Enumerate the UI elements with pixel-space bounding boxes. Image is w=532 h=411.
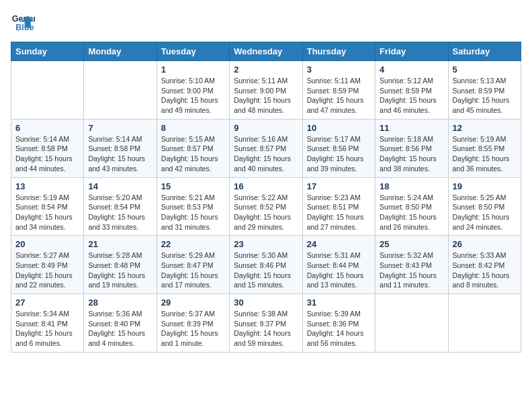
day-number: 17 xyxy=(307,181,371,191)
day-number: 12 xyxy=(453,123,517,133)
calendar-cell: 14Sunrise: 5:20 AM Sunset: 8:54 PM Dayli… xyxy=(84,177,157,236)
calendar-cell xyxy=(84,61,157,120)
day-number: 8 xyxy=(161,123,225,133)
day-number: 15 xyxy=(161,181,225,191)
day-number: 7 xyxy=(88,123,152,133)
calendar-cell: 5Sunrise: 5:13 AM Sunset: 8:59 PM Daylig… xyxy=(448,61,521,120)
calendar-cell: 4Sunrise: 5:12 AM Sunset: 8:59 PM Daylig… xyxy=(375,61,448,120)
day-info: Sunrise: 5:32 AM Sunset: 8:43 PM Dayligh… xyxy=(380,250,443,290)
day-number: 22 xyxy=(161,239,225,249)
calendar-cell: 8Sunrise: 5:15 AM Sunset: 8:57 PM Daylig… xyxy=(157,119,229,177)
calendar-cell: 30Sunrise: 5:38 AM Sunset: 8:37 PM Dayli… xyxy=(230,294,302,353)
calendar: SundayMondayTuesdayWednesdayThursdayFrid… xyxy=(11,42,521,353)
day-number: 13 xyxy=(15,181,79,191)
weekday-header-saturday: Saturday xyxy=(448,42,521,61)
day-info: Sunrise: 5:15 AM Sunset: 8:57 PM Dayligh… xyxy=(161,134,225,174)
calendar-week-1: 1Sunrise: 5:10 AM Sunset: 9:00 PM Daylig… xyxy=(11,61,521,120)
calendar-week-3: 13Sunrise: 5:19 AM Sunset: 8:54 PM Dayli… xyxy=(11,177,521,236)
calendar-cell: 10Sunrise: 5:17 AM Sunset: 8:56 PM Dayli… xyxy=(302,119,375,177)
calendar-cell: 6Sunrise: 5:14 AM Sunset: 8:58 PM Daylig… xyxy=(11,119,84,177)
calendar-cell: 29Sunrise: 5:37 AM Sunset: 8:39 PM Dayli… xyxy=(157,294,229,353)
day-info: Sunrise: 5:28 AM Sunset: 8:48 PM Dayligh… xyxy=(88,250,152,290)
day-number: 10 xyxy=(307,123,371,133)
day-info: Sunrise: 5:11 AM Sunset: 8:59 PM Dayligh… xyxy=(307,76,371,116)
day-info: Sunrise: 5:18 AM Sunset: 8:56 PM Dayligh… xyxy=(380,134,443,174)
day-info: Sunrise: 5:27 AM Sunset: 8:49 PM Dayligh… xyxy=(15,250,79,290)
calendar-cell xyxy=(375,294,448,353)
day-info: Sunrise: 5:22 AM Sunset: 8:52 PM Dayligh… xyxy=(234,193,298,232)
day-number: 2 xyxy=(234,64,298,75)
day-number: 25 xyxy=(380,239,443,249)
calendar-cell xyxy=(448,294,521,353)
calendar-cell: 12Sunrise: 5:19 AM Sunset: 8:55 PM Dayli… xyxy=(448,119,521,177)
day-number: 26 xyxy=(453,239,517,249)
day-info: Sunrise: 5:39 AM Sunset: 8:36 PM Dayligh… xyxy=(307,309,371,349)
day-info: Sunrise: 5:25 AM Sunset: 8:50 PM Dayligh… xyxy=(453,193,517,232)
day-info: Sunrise: 5:20 AM Sunset: 8:54 PM Dayligh… xyxy=(88,193,152,232)
day-number: 23 xyxy=(234,239,298,249)
calendar-cell: 25Sunrise: 5:32 AM Sunset: 8:43 PM Dayli… xyxy=(375,236,448,294)
day-number: 5 xyxy=(453,64,517,75)
calendar-cell: 19Sunrise: 5:25 AM Sunset: 8:50 PM Dayli… xyxy=(448,177,521,236)
calendar-cell: 28Sunrise: 5:36 AM Sunset: 8:40 PM Dayli… xyxy=(84,294,157,353)
day-number: 11 xyxy=(380,123,443,133)
calendar-cell: 9Sunrise: 5:16 AM Sunset: 8:57 PM Daylig… xyxy=(230,119,302,177)
day-info: Sunrise: 5:13 AM Sunset: 8:59 PM Dayligh… xyxy=(453,76,517,116)
calendar-cell: 20Sunrise: 5:27 AM Sunset: 8:49 PM Dayli… xyxy=(11,236,84,294)
day-info: Sunrise: 5:37 AM Sunset: 8:39 PM Dayligh… xyxy=(161,309,225,349)
day-number: 30 xyxy=(234,298,298,308)
day-info: Sunrise: 5:29 AM Sunset: 8:47 PM Dayligh… xyxy=(161,250,225,290)
calendar-cell: 22Sunrise: 5:29 AM Sunset: 8:47 PM Dayli… xyxy=(157,236,229,294)
day-number: 31 xyxy=(307,298,371,308)
day-info: Sunrise: 5:10 AM Sunset: 9:00 PM Dayligh… xyxy=(161,76,225,116)
weekday-header-row: SundayMondayTuesdayWednesdayThursdayFrid… xyxy=(11,42,521,61)
weekday-header-sunday: Sunday xyxy=(11,42,84,61)
calendar-week-5: 27Sunrise: 5:34 AM Sunset: 8:41 PM Dayli… xyxy=(11,294,521,353)
day-info: Sunrise: 5:31 AM Sunset: 8:44 PM Dayligh… xyxy=(307,250,371,290)
day-number: 19 xyxy=(453,181,517,191)
calendar-cell xyxy=(11,61,84,120)
calendar-cell: 3Sunrise: 5:11 AM Sunset: 8:59 PM Daylig… xyxy=(302,61,375,120)
calendar-cell: 24Sunrise: 5:31 AM Sunset: 8:44 PM Dayli… xyxy=(302,236,375,294)
calendar-cell: 27Sunrise: 5:34 AM Sunset: 8:41 PM Dayli… xyxy=(11,294,84,353)
day-number: 18 xyxy=(380,181,443,191)
day-info: Sunrise: 5:33 AM Sunset: 8:42 PM Dayligh… xyxy=(453,250,517,290)
day-number: 9 xyxy=(234,123,298,133)
calendar-cell: 31Sunrise: 5:39 AM Sunset: 8:36 PM Dayli… xyxy=(302,294,375,353)
day-info: Sunrise: 5:19 AM Sunset: 8:54 PM Dayligh… xyxy=(15,193,79,232)
calendar-cell: 21Sunrise: 5:28 AM Sunset: 8:48 PM Dayli… xyxy=(84,236,157,294)
header: General Blue xyxy=(11,11,521,35)
day-number: 1 xyxy=(161,64,225,75)
day-info: Sunrise: 5:14 AM Sunset: 8:58 PM Dayligh… xyxy=(88,134,152,174)
day-number: 4 xyxy=(380,64,443,75)
day-info: Sunrise: 5:38 AM Sunset: 8:37 PM Dayligh… xyxy=(234,309,298,349)
day-info: Sunrise: 5:11 AM Sunset: 9:00 PM Dayligh… xyxy=(234,76,298,116)
calendar-cell: 15Sunrise: 5:21 AM Sunset: 8:53 PM Dayli… xyxy=(157,177,229,236)
weekday-header-monday: Monday xyxy=(84,42,157,61)
day-info: Sunrise: 5:24 AM Sunset: 8:50 PM Dayligh… xyxy=(380,193,443,232)
day-info: Sunrise: 5:36 AM Sunset: 8:40 PM Dayligh… xyxy=(88,309,152,349)
calendar-cell: 23Sunrise: 5:30 AM Sunset: 8:46 PM Dayli… xyxy=(230,236,302,294)
day-info: Sunrise: 5:14 AM Sunset: 8:58 PM Dayligh… xyxy=(15,134,79,174)
calendar-cell: 11Sunrise: 5:18 AM Sunset: 8:56 PM Dayli… xyxy=(375,119,448,177)
day-number: 21 xyxy=(88,239,152,249)
day-number: 3 xyxy=(307,64,371,75)
day-info: Sunrise: 5:30 AM Sunset: 8:46 PM Dayligh… xyxy=(234,250,298,290)
calendar-cell: 13Sunrise: 5:19 AM Sunset: 8:54 PM Dayli… xyxy=(11,177,84,236)
calendar-week-2: 6Sunrise: 5:14 AM Sunset: 8:58 PM Daylig… xyxy=(11,119,521,177)
day-number: 20 xyxy=(15,239,79,249)
day-number: 6 xyxy=(15,123,79,133)
day-info: Sunrise: 5:19 AM Sunset: 8:55 PM Dayligh… xyxy=(453,134,517,174)
day-number: 28 xyxy=(88,298,152,308)
day-info: Sunrise: 5:34 AM Sunset: 8:41 PM Dayligh… xyxy=(15,309,79,349)
day-info: Sunrise: 5:12 AM Sunset: 8:59 PM Dayligh… xyxy=(380,76,443,116)
logo-icon: General Blue xyxy=(11,11,35,35)
weekday-header-tuesday: Tuesday xyxy=(157,42,229,61)
day-info: Sunrise: 5:16 AM Sunset: 8:57 PM Dayligh… xyxy=(234,134,298,174)
calendar-cell: 7Sunrise: 5:14 AM Sunset: 8:58 PM Daylig… xyxy=(84,119,157,177)
calendar-cell: 26Sunrise: 5:33 AM Sunset: 8:42 PM Dayli… xyxy=(448,236,521,294)
calendar-week-4: 20Sunrise: 5:27 AM Sunset: 8:49 PM Dayli… xyxy=(11,236,521,294)
weekday-header-wednesday: Wednesday xyxy=(230,42,302,61)
calendar-cell: 2Sunrise: 5:11 AM Sunset: 9:00 PM Daylig… xyxy=(230,61,302,120)
day-info: Sunrise: 5:17 AM Sunset: 8:56 PM Dayligh… xyxy=(307,134,371,174)
